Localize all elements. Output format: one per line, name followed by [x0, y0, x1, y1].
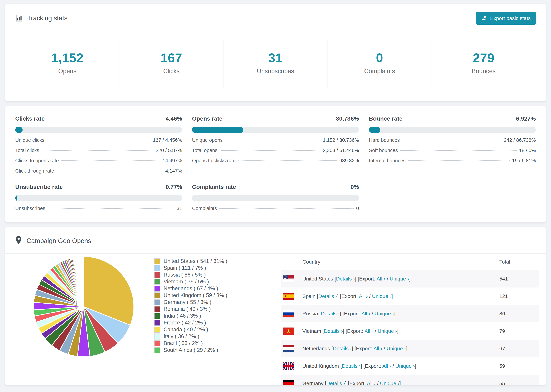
export-all-link[interactable]: All › — [373, 346, 382, 351]
country-cell: Germany [Details ›] [Export: All › / Uni… — [302, 375, 499, 385]
legend-label: Italy ( 36 / 2% ) — [164, 333, 199, 339]
progress-bar — [15, 195, 182, 201]
export-all-link[interactable]: All › — [359, 293, 368, 299]
slash: / — [376, 381, 380, 385]
leader-dots — [238, 161, 337, 161]
progress-fill — [192, 127, 243, 133]
metric-label: Opens to clicks rate — [192, 158, 236, 164]
details-link[interactable]: Details › — [333, 346, 352, 351]
ru-flag — [281, 305, 302, 322]
legend-item-spain: Spain ( 121 / 7% ) — [154, 265, 240, 271]
table-row-spain: Spain [Details ›] [Export: All › / Uniqu… — [281, 287, 539, 305]
rate-head: Unsubscribe rate0.77% — [15, 183, 182, 190]
bracket: ] — [397, 328, 398, 334]
progress-fill — [369, 127, 381, 133]
legend-swatch — [154, 313, 160, 319]
country-cell: United Kingdom [Details ›] [Export: All … — [302, 357, 499, 375]
stat-value: 279 — [432, 51, 536, 65]
export-all-link[interactable]: All › — [365, 328, 373, 334]
leader-dots — [48, 208, 174, 209]
export-all-link[interactable]: All › — [377, 276, 386, 281]
progress-bar — [369, 127, 536, 133]
metric-label: Soft bounces — [369, 147, 398, 154]
export-unique-link[interactable]: Unique › — [396, 363, 415, 369]
export-unique-link[interactable]: Unique › — [372, 293, 391, 299]
legend-item-india: India ( 46 / 3% ) — [154, 313, 240, 319]
legend-item-united-kingdom: United Kingdom ( 59 / 3% ) — [154, 292, 240, 299]
bracket: ] [Export: — [343, 328, 365, 334]
details-link[interactable]: Details › — [336, 276, 355, 281]
metric-label: Total opens — [192, 147, 217, 154]
metric-rows: Unique clicks167 / 4.456%Total clicks220… — [15, 137, 182, 174]
leader-dots — [402, 140, 501, 140]
leader-dots — [61, 161, 160, 161]
metric-label: Total clicks — [15, 147, 39, 154]
legend-item-brazil: Brazil ( 33 / 2% ) — [154, 340, 240, 347]
stat-label: Bounces — [432, 68, 536, 75]
geo-pie-chart — [32, 255, 135, 359]
export-basic-stats-button[interactable]: Export basic stats — [476, 12, 536, 25]
bracket: [ — [335, 276, 336, 281]
stat-box-clicks: 167Clicks — [119, 39, 224, 88]
legend-label: Romania ( 49 / 3% ) — [164, 306, 211, 312]
metric-row: Total clicks220 / 5.87% — [15, 147, 182, 154]
metric-value: 31 — [177, 205, 182, 211]
country-name: Russia — [302, 311, 319, 316]
progress-bar — [192, 195, 359, 201]
progress-fill — [15, 127, 23, 133]
rate-section-bounce-rate: Bounce rate6.927%Hard bounces242 / 86.73… — [369, 115, 536, 174]
export-all-link[interactable]: All › — [367, 381, 376, 385]
table-row-united-kingdom: United Kingdom [Details ›] [Export: All … — [281, 357, 539, 375]
tracking-stats-card: Tracking stats Export basic stats 1,152O… — [5, 4, 546, 101]
export-all-link[interactable]: All › — [382, 363, 391, 369]
rate-section-clicks-rate: Clicks rate4.46%Unique clicks167 / 4.456… — [15, 115, 182, 174]
stat-label: Unsubscribes — [224, 68, 327, 75]
legend-item-canada: Canada ( 40 / 2% ) — [154, 326, 240, 333]
tracking-stats-header: Tracking stats Export basic stats — [5, 4, 546, 32]
slash: / — [385, 276, 390, 281]
legend-item-italy: Italy ( 36 / 2% ) — [154, 333, 240, 340]
export-icon — [481, 14, 487, 22]
stat-box-complaints: 0Complaints — [327, 39, 432, 88]
page-title: Tracking stats — [27, 14, 67, 22]
metric-row: Opens to clicks rate689.82% — [192, 158, 359, 164]
export-unique-link[interactable]: Unique › — [387, 346, 406, 351]
table-row-netherlands: Netherlands [Details ›] [Export: All › /… — [281, 340, 539, 357]
legend-label: India ( 46 / 3% ) — [164, 313, 201, 319]
stat-value: 167 — [120, 51, 223, 65]
details-link[interactable]: Details › — [324, 328, 343, 334]
bracket: ] [Export: — [337, 293, 359, 299]
slash: / — [368, 293, 372, 299]
geo-title: Campaign Geo Opens — [27, 237, 91, 245]
metric-label: Internal bounces — [369, 158, 406, 164]
legend-label: United States ( 541 / 31% ) — [164, 258, 227, 264]
stat-box-opens: 1,152Opens — [15, 39, 120, 88]
total-value: 67 — [499, 340, 539, 357]
legend-item-south-africa: South Africa ( 29 / 2% ) — [154, 347, 240, 354]
country-name: Netherlands — [302, 346, 332, 351]
metric-value: 0 — [356, 205, 359, 211]
total-value: 59 — [499, 357, 539, 375]
geo-table: Country Total United States [Details ›] … — [281, 254, 539, 385]
rate-title: Bounce rate — [369, 115, 403, 122]
legend-swatch — [154, 299, 160, 305]
export-unique-link[interactable]: Unique › — [378, 328, 397, 334]
details-link[interactable]: Details › — [318, 293, 337, 299]
details-link[interactable]: Details › — [326, 381, 345, 385]
export-unique-link[interactable]: Unique › — [374, 311, 394, 316]
details-link[interactable]: Details › — [321, 311, 340, 316]
leader-dots — [225, 140, 320, 140]
legend-swatch — [154, 272, 160, 278]
legend-swatch — [154, 286, 160, 292]
bracket: ] [Export: — [352, 346, 373, 351]
export-unique-link[interactable]: Unique › — [390, 276, 409, 281]
legend-item-russia: Russia ( 86 / 5% ) — [154, 271, 240, 278]
export-all-link[interactable]: All › — [361, 311, 370, 316]
legend-swatch — [154, 293, 160, 298]
bracket: [ — [323, 328, 324, 334]
metric-value: 18 / 0% — [519, 147, 536, 154]
rate-head: Complaints rate0% — [192, 183, 359, 190]
total-value: 541 — [499, 270, 539, 287]
export-unique-link[interactable]: Unique › — [380, 381, 399, 385]
details-link[interactable]: Details › — [342, 363, 360, 369]
